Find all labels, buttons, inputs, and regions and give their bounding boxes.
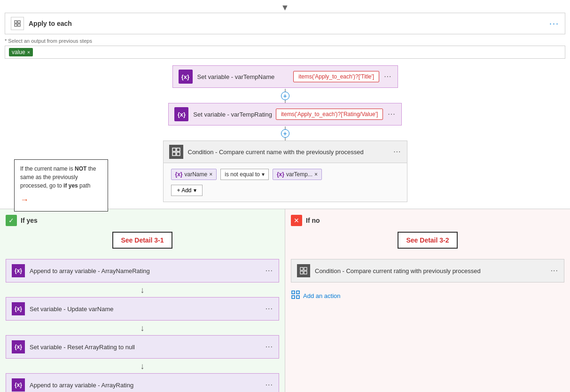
svg-rect-14 bbox=[292, 296, 295, 298]
if-no-section: ✕ If no See Detail 3-2 Cond bbox=[285, 209, 570, 392]
if-yes-label: If yes bbox=[21, 217, 38, 224]
pill-label-right: varTemp... bbox=[286, 171, 312, 178]
sub-step-icon-3: {x} bbox=[12, 340, 25, 353]
cond-sub-dots[interactable]: ··· bbox=[551, 267, 558, 275]
step-title-2: Set variable - varTempRating bbox=[193, 111, 272, 118]
step-value-pill-2: items('Apply_to_each')?['Rating/Value'] bbox=[276, 109, 383, 120]
step-block-setVarTempName: {x} Set variable - varTempName items('Ap… bbox=[172, 65, 398, 88]
svg-rect-11 bbox=[304, 271, 307, 274]
condition-title: Condition - Compare current name with th… bbox=[188, 149, 389, 156]
sub-step-4: {x} Append to array variable - ArrayRati… bbox=[6, 373, 279, 392]
select-output-label: * Select an output from previous steps bbox=[5, 38, 565, 44]
pill-icon-right: {x} bbox=[277, 171, 284, 178]
step-dots-1[interactable]: ··· bbox=[384, 72, 391, 81]
sub-step-dots-1[interactable]: ··· bbox=[265, 267, 273, 275]
operator-chevron: ▾ bbox=[262, 171, 265, 178]
condition-left-pill: {x} varName × bbox=[171, 169, 217, 180]
detail-label-no: See Detail 3-2 bbox=[406, 236, 449, 244]
condition-dots[interactable]: ··· bbox=[393, 148, 401, 156]
step-value-pill-1: items('Apply_to_each')?['Title'] bbox=[293, 71, 379, 82]
annotation-bold: NOT bbox=[75, 165, 86, 172]
sub-step-3: {x} Set variable - Reset ArrayRating to … bbox=[6, 335, 279, 359]
main-container: ▼ Apply to each ··· * Select an output f… bbox=[0, 0, 570, 392]
add-button[interactable]: + Add ▾ bbox=[171, 185, 203, 196]
condition-icon bbox=[169, 145, 183, 159]
connector-plus-1[interactable]: + bbox=[281, 92, 289, 100]
sub-step-dots-2[interactable]: ··· bbox=[265, 305, 273, 313]
step-icon-1: {x} bbox=[179, 70, 193, 84]
apply-to-each-dots[interactable]: ··· bbox=[549, 19, 559, 29]
top-connector: ▼ bbox=[0, 0, 570, 13]
svg-rect-9 bbox=[304, 267, 307, 270]
top-arrow-icon: ▼ bbox=[281, 3, 289, 13]
apply-to-each-header: Apply to each ··· bbox=[5, 13, 565, 34]
add-action-label: Add an action bbox=[303, 292, 341, 299]
svg-rect-4 bbox=[172, 148, 176, 151]
add-button-label: + Add bbox=[177, 187, 192, 194]
sub-step-2: {x} Set variable - Update varName ··· bbox=[6, 297, 279, 321]
flow-content: {x} Set variable - varTempName items('Ap… bbox=[0, 61, 570, 207]
sub-connector-arrow-1: ↓ bbox=[141, 285, 145, 295]
svg-rect-7 bbox=[177, 152, 180, 156]
sub-step-title-4: Append to array variable - ArrayRating bbox=[30, 382, 265, 389]
sub-step-icon-4: {x} bbox=[12, 378, 25, 392]
yes-icon: ✓ bbox=[6, 215, 17, 226]
pill-icon-left: {x} bbox=[175, 171, 183, 178]
step-row-2: {x} Set variable - varTempRating items('… bbox=[9, 103, 561, 125]
sub-step-icon-2: {x} bbox=[12, 302, 25, 315]
sub-step-title-3: Set variable - Reset ArrayRating to null bbox=[30, 344, 265, 351]
condition-header: Condition - Compare current name with th… bbox=[164, 141, 407, 163]
if-no-label: If no bbox=[306, 217, 320, 224]
if-no-header: ✕ If no bbox=[291, 215, 564, 226]
annotation-text3: path bbox=[78, 182, 91, 189]
value-tag-close[interactable]: × bbox=[27, 49, 30, 55]
sub-connector-1: ↓ bbox=[6, 283, 279, 297]
step-dots-2[interactable]: ··· bbox=[388, 110, 395, 118]
condition-body: {x} varName × is not equal to ▾ {x} varT… bbox=[164, 163, 407, 202]
svg-rect-10 bbox=[300, 271, 303, 274]
step-icon-2: {x} bbox=[174, 107, 188, 121]
svg-rect-1 bbox=[18, 21, 20, 23]
svg-rect-13 bbox=[297, 291, 299, 294]
pill-close-left[interactable]: × bbox=[209, 171, 212, 178]
apply-to-each-icon bbox=[11, 17, 24, 30]
detail-box-yes: See Detail 3-1 bbox=[112, 232, 172, 249]
svg-rect-15 bbox=[297, 296, 299, 298]
svg-rect-5 bbox=[177, 148, 180, 151]
pill-close-right[interactable]: × bbox=[314, 171, 318, 178]
no-icon: ✕ bbox=[291, 215, 302, 226]
cond-sub-title: Condition - Compare current rating with … bbox=[315, 267, 551, 274]
select-output-area: * Select an output from previous steps v… bbox=[0, 34, 570, 61]
annotation-arrow: → bbox=[20, 194, 29, 206]
sub-step-dots-3[interactable]: ··· bbox=[265, 343, 273, 351]
split-container: ✓ If yes See Detail 3-1 {x} Append to ar… bbox=[0, 209, 570, 392]
add-action-button[interactable]: Add an action bbox=[291, 286, 564, 305]
annotation-text1: If the current name is bbox=[20, 165, 75, 172]
sub-step-title-1: Append to array variable - ArrayNameRati… bbox=[30, 267, 265, 274]
sub-connector-2: ↓ bbox=[6, 321, 279, 335]
connector-plus-2[interactable]: + bbox=[281, 129, 289, 138]
detail-label-yes: See Detail 3-1 bbox=[121, 236, 164, 244]
detail-box-wrapper-no: See Detail 3-2 bbox=[291, 232, 564, 254]
operator-text: is not equal to bbox=[225, 171, 260, 178]
sub-step-dots-4[interactable]: ··· bbox=[265, 381, 273, 389]
value-tag: value × bbox=[9, 48, 33, 56]
svg-rect-8 bbox=[300, 267, 303, 270]
sub-step-1: {x} Append to array variable - ArrayName… bbox=[6, 259, 279, 282]
svg-rect-2 bbox=[15, 24, 17, 26]
svg-rect-12 bbox=[292, 291, 295, 294]
cond-sub-block: Condition - Compare current rating with … bbox=[291, 259, 564, 282]
cond-sub-icon bbox=[297, 264, 310, 277]
annotation-box: If the current name is NOT the same as t… bbox=[14, 159, 108, 212]
connector-2: + bbox=[9, 126, 561, 141]
svg-rect-0 bbox=[15, 21, 17, 23]
sub-connector-arrow-3: ↓ bbox=[141, 361, 145, 371]
step-title-1: Set variable - varTempName bbox=[197, 73, 290, 80]
add-row: + Add ▾ bbox=[171, 185, 399, 196]
condition-wrapper: If the current name is NOT the same as t… bbox=[9, 141, 561, 202]
select-output-input[interactable]: value × bbox=[5, 46, 565, 59]
apply-to-each-title: Apply to each bbox=[29, 20, 549, 27]
condition-operator[interactable]: is not equal to ▾ bbox=[220, 169, 269, 180]
if-yes-section: ✓ If yes See Detail 3-1 {x} Append to ar… bbox=[0, 209, 285, 392]
add-action-icon bbox=[291, 290, 300, 301]
